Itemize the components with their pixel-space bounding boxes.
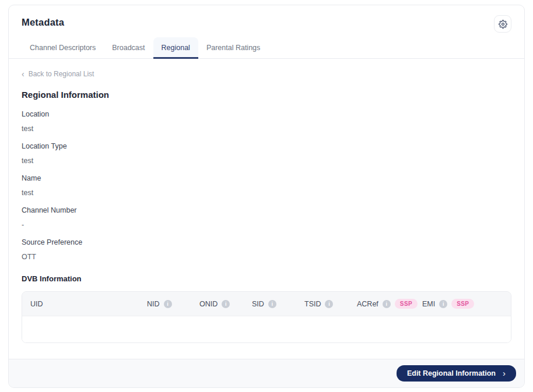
field-label: Name: [22, 174, 511, 182]
info-icon[interactable]: i: [222, 300, 230, 308]
field-name: Name test: [22, 174, 511, 197]
field-source-preference: Source Preference OTT: [22, 238, 511, 261]
column-header-tsid: TSID i: [304, 300, 357, 308]
dvb-information-title: DVB Information: [22, 274, 511, 283]
card-header: Metadata: [9, 5, 524, 33]
back-link-label: Back to Regional List: [29, 70, 94, 78]
tab-broadcast[interactable]: Broadcast: [104, 37, 153, 59]
field-channel-number: Channel Number -: [22, 206, 511, 229]
column-header-onid: ONID i: [199, 300, 252, 308]
section-title: Regional Information: [22, 90, 511, 100]
edit-regional-information-button[interactable]: Edit Regional Information ›: [397, 365, 516, 382]
column-header-sid: SID i: [252, 300, 304, 308]
column-label: SID: [252, 300, 264, 308]
info-icon[interactable]: i: [325, 300, 333, 308]
metadata-card: Metadata Channel Descriptors Broadcast R…: [8, 5, 525, 388]
info-icon[interactable]: i: [383, 300, 391, 308]
field-value: OTT: [22, 253, 511, 261]
edit-button-label: Edit Regional Information: [407, 369, 496, 377]
column-label: UID: [30, 300, 43, 308]
column-header-acref: ACRef i SSP: [357, 299, 422, 309]
ssp-badge: SSP: [395, 299, 418, 309]
tab-regional[interactable]: Regional: [153, 37, 198, 59]
chevron-left-icon: ‹: [22, 70, 24, 77]
dvb-table: UID NID i ONID i SID i TSID i: [22, 291, 511, 343]
field-label: Channel Number: [22, 206, 511, 214]
column-label: EMI: [422, 300, 435, 308]
field-label: Source Preference: [22, 238, 511, 246]
column-label: ACRef: [357, 300, 378, 308]
field-label: Location: [22, 110, 511, 118]
column-header-emi: EMI i SSP: [422, 299, 503, 309]
info-icon[interactable]: i: [164, 300, 172, 308]
page-title: Metadata: [22, 17, 511, 28]
column-label: TSID: [304, 300, 321, 308]
column-label: ONID: [199, 300, 218, 308]
card-footer: Edit Regional Information ›: [9, 359, 524, 387]
gear-icon: [499, 20, 507, 29]
info-icon[interactable]: i: [268, 300, 276, 308]
field-location-type: Location Type test: [22, 142, 511, 165]
dvb-table-header: UID NID i ONID i SID i TSID i: [22, 292, 511, 316]
field-value: test: [22, 157, 511, 165]
field-value: -: [22, 221, 511, 229]
tab-bar: Channel Descriptors Broadcast Regional P…: [9, 37, 524, 59]
info-icon[interactable]: i: [439, 300, 447, 308]
field-value: test: [22, 189, 511, 197]
dvb-table-empty-body: [22, 316, 511, 342]
chevron-right-icon: ›: [503, 369, 506, 377]
tab-parental-ratings[interactable]: Parental Ratings: [198, 37, 268, 59]
field-label: Location Type: [22, 142, 511, 150]
field-location: Location test: [22, 110, 511, 133]
content-area: ‹ Back to Regional List Regional Informa…: [9, 59, 524, 359]
back-to-regional-list-link[interactable]: ‹ Back to Regional List: [22, 70, 94, 78]
settings-button[interactable]: [494, 15, 511, 33]
column-header-nid: NID i: [147, 300, 199, 308]
column-label: NID: [147, 300, 160, 308]
column-header-uid: UID: [30, 300, 147, 308]
ssp-badge: SSP: [451, 299, 474, 309]
tab-channel-descriptors[interactable]: Channel Descriptors: [22, 37, 104, 59]
field-value: test: [22, 125, 511, 133]
